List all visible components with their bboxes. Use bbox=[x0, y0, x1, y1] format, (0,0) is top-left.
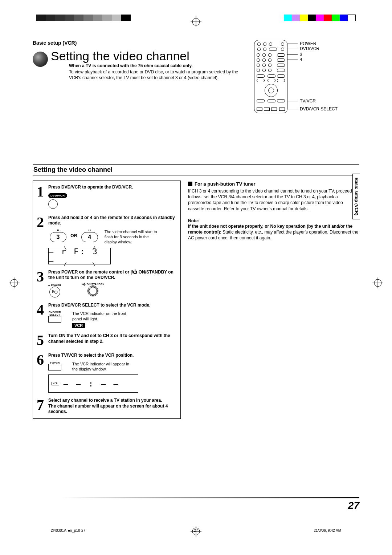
step-number: 2 bbox=[35, 215, 45, 264]
step-number: 4 bbox=[35, 303, 45, 328]
standby-label: I/⏻ ON/STANDBY bbox=[82, 283, 105, 285]
step-head: Turn ON the TV and set to CH 3 or 4 to c… bbox=[48, 333, 177, 344]
intro-body: To view playback of a recorded tape or D… bbox=[69, 69, 243, 81]
tvvcr-key-icon bbox=[48, 364, 61, 370]
dvdvcr-pill-icon: DVD/VCR bbox=[48, 193, 67, 198]
button-circle-icon bbox=[48, 199, 58, 209]
remote-label-dvdvcr: DVD/VCR bbox=[300, 46, 319, 51]
registration-mark-top bbox=[191, 16, 201, 28]
intro-bold: When a TV is connected with the 75 ohm c… bbox=[69, 63, 243, 69]
power-button-icon: I/⏻ bbox=[49, 287, 60, 297]
step-number: 6 bbox=[35, 353, 45, 393]
registration-mark-left bbox=[9, 278, 20, 288]
pushbutton-para: If CH 3 or 4 corresponding to the video … bbox=[188, 188, 359, 212]
remote-label-4: 4 bbox=[300, 57, 302, 62]
footer-page: 27 bbox=[194, 528, 198, 532]
remote-diagram: POWER DVD/VCR 3 4 TV/VCR DVD/VCR SELECT bbox=[254, 40, 359, 113]
page-number: 27 bbox=[348, 500, 359, 511]
display-vcr-tag: VCR bbox=[52, 382, 59, 385]
step-head: Press POWER on the remote control or |/⏻… bbox=[48, 270, 177, 281]
step-head: Press DVD/VCR SELECT to select the VCR m… bbox=[48, 303, 177, 308]
step-number: 3 bbox=[35, 270, 45, 297]
power-label: •• POWER bbox=[48, 284, 61, 287]
subsection-head: For a push-button TV tuner bbox=[188, 181, 359, 187]
standby-button-icon bbox=[87, 285, 98, 296]
step-number: 7 bbox=[35, 398, 45, 415]
remote-key-3: 3 bbox=[50, 232, 66, 242]
step-head: Press TV/VCR to select the VCR position. bbox=[48, 353, 177, 358]
step-head: Press and hold 3 or 4 on the remote for … bbox=[48, 215, 177, 226]
or-text: OR bbox=[70, 233, 77, 238]
step-sub: The VCR indicator on the front panel wil… bbox=[72, 311, 130, 321]
display-window: VCR – – : – – bbox=[48, 374, 138, 393]
note-head: Note: bbox=[188, 218, 359, 223]
remote-label-select: DVD/VCR SELECT bbox=[300, 106, 338, 112]
step-sub: The video channel will start to flash fo… bbox=[105, 229, 159, 245]
remote-label-power: POWER bbox=[300, 41, 316, 46]
remote-label-tvvcr: TV/VCR bbox=[300, 98, 316, 104]
step-number: 5 bbox=[35, 333, 45, 348]
registration-mark-right bbox=[372, 278, 383, 288]
footer-file: 2I40301A-En_p18-27 bbox=[51, 528, 85, 532]
square-bullet-icon bbox=[188, 182, 192, 186]
subhead-text: For a push-button TV tuner bbox=[195, 181, 256, 187]
page-title: Setting the video channel bbox=[51, 49, 243, 63]
remote-label-3: 3 bbox=[300, 52, 302, 57]
footer: 2I40301A-En_p18-27 27 21/3/06, 9:42 AM bbox=[51, 528, 341, 532]
print-crop-zone bbox=[0, 0, 392, 36]
step-head-2: The channel number will appear on the sc… bbox=[48, 404, 177, 415]
step-head: Select any channel to receive a TV stati… bbox=[48, 398, 177, 404]
steps-box: 1 Press DVD/VCR to operate the DVD/VCR. … bbox=[33, 181, 181, 419]
section-band: Setting the video channel bbox=[33, 164, 359, 175]
step-sub: The VCR indicator will appear in the dis… bbox=[72, 361, 130, 372]
select-key-icon bbox=[48, 316, 61, 323]
lcd-window: – r F: 3 – bbox=[48, 248, 111, 264]
tvvcr-key-label: TV/VCR bbox=[48, 361, 61, 364]
page-number-rule bbox=[62, 497, 359, 498]
process-black-bar bbox=[36, 15, 131, 21]
step-head: Press DVD/VCR to operate the DVD/VCR. bbox=[48, 185, 177, 190]
title-bullet-icon bbox=[33, 52, 48, 67]
footer-timestamp: 21/3/06, 9:42 AM bbox=[314, 528, 341, 532]
side-tab: Basic setup (VCR) bbox=[352, 174, 360, 219]
select-key-label: DVD/VCR SELECT bbox=[48, 311, 61, 316]
display-segments: – – : – – bbox=[64, 379, 120, 388]
process-color-bar bbox=[284, 15, 356, 21]
remote-key-4: 4 bbox=[81, 232, 98, 242]
vcr-badge: VCR bbox=[72, 323, 85, 328]
step-number: 1 bbox=[35, 185, 45, 210]
note-body: If the unit does not operate properly, o… bbox=[188, 223, 359, 241]
lcd-text: – r F: 3 – bbox=[49, 247, 110, 265]
